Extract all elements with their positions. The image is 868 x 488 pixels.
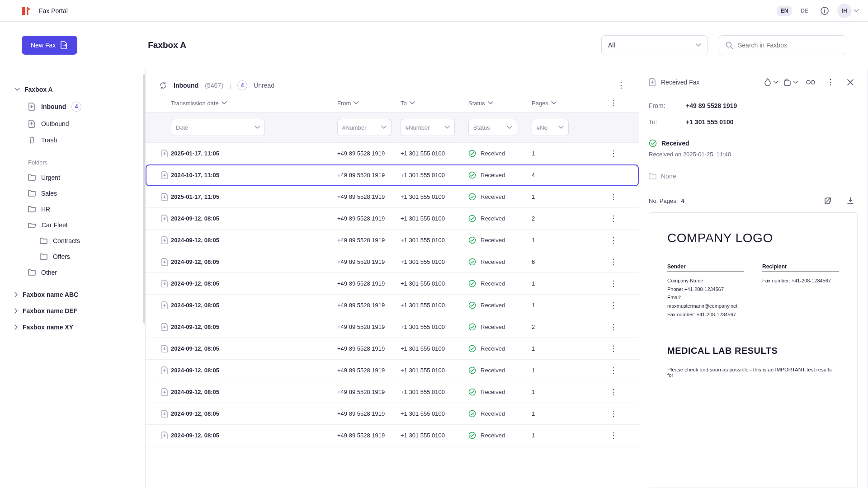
col-to[interactable]: To [401,100,468,107]
folder-hr[interactable]: HR [13,201,136,217]
row-date: 2024-09-12, 08:05 [171,324,337,330]
row-more[interactable] [613,324,625,331]
row-status: Received [468,323,532,331]
table-row[interactable]: 2024-09-12, 08:05+49 89 5528 1919+1 301 … [146,403,639,425]
row-status: Received [468,280,532,287]
check-circle-icon [649,139,657,147]
lang-en-button[interactable]: EN [777,6,792,16]
search-input-wrap[interactable] [719,35,846,55]
folder-open-icon [28,221,36,229]
row-more[interactable] [613,302,625,309]
table-row[interactable]: 2025-01-17, 11:05+49 89 5528 1919+1 301 … [146,186,639,208]
search-input[interactable] [738,42,840,49]
table-row[interactable]: 2024-09-12, 08:05+49 89 5528 1919+1 301 … [146,316,639,338]
row-to: +1 301 555 0100 [401,193,468,200]
row-more[interactable] [613,258,625,266]
sidebar-trash[interactable]: Trash [13,132,136,148]
table-row[interactable]: 2024-09-12, 08:05+49 89 5528 1919+1 301 … [146,273,639,295]
filter-pages[interactable]: #No [532,119,569,136]
new-fax-icon [60,41,68,49]
preview-company: Company Name [667,277,744,285]
lang-de-button[interactable]: DE [797,6,812,16]
ink-menu[interactable] [764,78,778,86]
info-icon[interactable] [817,4,832,18]
detail-more[interactable] [823,75,838,89]
row-more[interactable] [613,410,625,418]
download-button[interactable] [843,193,858,208]
app-title: Fax Portal [39,7,68,14]
list-title: Inbound [174,82,198,89]
filter-date[interactable]: Date [171,119,265,136]
folder-car-fleet[interactable]: Car Fleet [13,217,136,233]
folder-other[interactable]: Other [13,264,136,280]
col-pages[interactable]: Pages [532,100,563,107]
row-to: +1 301 555 0100 [401,389,468,395]
check-circle-icon [468,301,476,309]
table-row[interactable]: 2024-09-12, 08:05+49 89 5528 1919+1 301 … [146,360,639,381]
row-status: Received [468,345,532,352]
sidebar-outbound[interactable]: Outbound [13,116,136,132]
folder-offers[interactable]: Offers [13,249,136,264]
chevron-down-icon [410,101,415,105]
row-doc-icon [161,345,171,352]
col-options[interactable] [613,99,625,107]
list-more-button[interactable] [617,81,625,89]
table-row[interactable]: 2024-09-12, 08:05+49 89 5528 1919+1 301 … [146,425,639,446]
folder-sales[interactable]: Sales [13,185,136,201]
row-pages: 1 [532,367,563,374]
folder-assignment[interactable]: None [649,166,858,186]
read-toggle[interactable] [803,75,818,89]
filter-from[interactable]: #Number [337,119,392,136]
faxbox-abc-tree[interactable]: Faxbox name ABC [13,286,136,303]
row-to: +1 301 555 0100 [401,280,468,287]
preview-sender-h: Sender [667,263,744,272]
close-detail[interactable] [843,75,858,89]
table-row[interactable]: 2024-09-12, 08:05+49 89 5528 1919+1 301 … [146,208,639,230]
filter-all-select[interactable]: All [601,35,708,55]
table-body: 2025-01-17, 11:05+49 89 5528 1919+1 301 … [146,143,639,488]
move-menu[interactable] [783,78,798,86]
status-line: Received [649,130,858,151]
faxbox-xy-tree[interactable]: Faxbox name XY [13,319,136,335]
table-row[interactable]: 2024-10-17, 11:05+49 89 5528 1919+1 301 … [146,164,639,186]
col-transmission-date[interactable]: Transmission date [171,100,337,107]
row-more[interactable] [613,215,625,222]
row-more[interactable] [613,237,625,244]
check-circle-icon [468,258,476,266]
table-row[interactable]: 2025-01-17, 11:05+49 89 5528 1919+1 301 … [146,143,639,164]
outbound-icon [28,120,36,128]
row-more[interactable] [613,367,625,374]
folder-contracts[interactable]: Contracts [13,233,136,249]
sidebar-inbound[interactable]: Inbound 4 [13,98,136,116]
open-external[interactable] [821,193,835,208]
table-row[interactable]: 2024-09-12, 08:05+49 89 5528 1919+1 301 … [146,381,639,403]
row-doc-icon [161,366,171,374]
filter-to[interactable]: #Number [401,119,455,136]
col-status[interactable]: Status [468,100,532,107]
user-menu[interactable]: IH [837,4,859,18]
row-more[interactable] [613,432,625,439]
row-more[interactable] [613,150,625,157]
table-row[interactable]: 2024-09-12, 08:05+49 89 5528 1919+1 301 … [146,251,639,273]
row-more[interactable] [613,280,625,287]
refresh-button[interactable] [159,81,167,89]
table-row[interactable]: 2024-09-12, 08:05+49 89 5528 1919+1 301 … [146,338,639,360]
row-from: +49 89 5528 1919 [337,172,401,178]
from-value: +49 89 5528 1919 [686,102,737,109]
filter-status[interactable]: Status [468,119,517,136]
row-status: Received [468,236,532,244]
new-fax-button[interactable]: New Fax [22,36,77,55]
row-date: 2025-01-17, 11:05 [171,193,337,200]
row-more[interactable] [613,389,625,396]
table-row[interactable]: 2024-09-12, 08:05+49 89 5528 1919+1 301 … [146,295,639,316]
col-from[interactable]: From [337,100,401,107]
faxbox-a-tree[interactable]: Faxbox A [13,81,136,98]
row-more[interactable] [613,345,625,352]
preview-recipient-h: Recipient [762,263,839,272]
folder-urgent[interactable]: Urgent [13,169,136,185]
pages-label: No. Pages: [649,197,678,204]
row-doc-icon [161,215,171,222]
faxbox-def-tree[interactable]: Faxbox name DEF [13,303,136,319]
table-row[interactable]: 2024-09-12, 08:05+49 89 5528 1919+1 301 … [146,230,639,251]
row-more[interactable] [613,193,625,201]
